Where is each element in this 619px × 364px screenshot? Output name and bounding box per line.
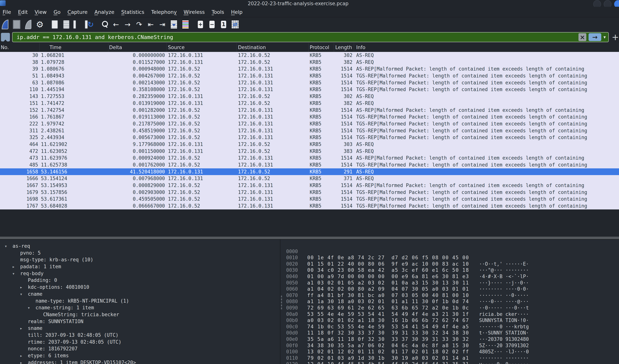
- hex-row[interactable]: 0120 4f 37 20 O7: [283, 355, 619, 361]
- hex-row[interactable]: 0070 a1 1a 30 18 a0 03 02 01 01 a1 11 30…: [283, 286, 619, 292]
- column-header-no[interactable]: No. ▼: [0, 43, 40, 52]
- packet-row[interactable]: 152 1.742754 0.001282000 172.16.0.52 172…: [0, 107, 619, 114]
- add-filter-button[interactable]: +: [612, 33, 619, 41]
- toolbar-gap[interactable]: [193, 19, 195, 29]
- column-header-info[interactable]: Info: [354, 43, 619, 52]
- menu-item[interactable]: File: [3, 9, 11, 15]
- packet-row[interactable]: 38 1.079728 0.011527000 172.16.0.131 172…: [0, 59, 619, 66]
- hex-row[interactable]: 00c0 11 18 0f 32 30 33 37 30 39 31 33 30…: [283, 317, 619, 324]
- hex-row[interactable]: 0020 00 34 c0 23 00 58 ea 42 a5 3c ef 60…: [283, 255, 619, 261]
- reload-file-icon[interactable]: ↻: [85, 19, 94, 29]
- hex-row[interactable]: 0080 72 69 63 69 61 2e 62 65 63 6b 65 72…: [283, 292, 619, 299]
- packet-row[interactable]: 110 1.445194 0.358108000 172.16.0.52 172…: [0, 86, 619, 93]
- column-header-destination[interactable]: Destination: [237, 43, 309, 52]
- expand-collapse-icon[interactable]: ▸: [20, 352, 28, 359]
- detail-tree-node[interactable]: name-type: kRB5-NT-PRINCIPAL (1): [0, 297, 280, 304]
- zoom-in-icon[interactable]: +: [196, 19, 205, 29]
- hex-row[interactable]: 0000 00 1e 4f 0e a8 74 2c 27 d7 d2 06 f5…: [283, 242, 619, 248]
- colorize-icon[interactable]: [181, 19, 190, 29]
- packet-row[interactable]: 473 11.623976 0.000924000 172.16.0.52 17…: [0, 155, 619, 162]
- detail-tree-node[interactable]: ▾cname-string: 1 item: [0, 304, 280, 311]
- zoom-out-icon[interactable]: −: [208, 19, 216, 29]
- packet-row[interactable]: 51 1.084943 0.004267000 172.16.0.52 172.…: [0, 72, 619, 79]
- display-filter-input[interactable]: ip.addr == 172.16.0.131 and kerberos.CNa…: [13, 32, 578, 42]
- packet-row[interactable]: 222 1.979742 0.217875000 172.16.0.52 172…: [0, 121, 619, 127]
- column-header-protocol[interactable]: Protocol: [309, 43, 334, 52]
- detail-tree-node[interactable]: nonce: 1816792207: [0, 345, 280, 352]
- packet-row[interactable]: 39 1.080676 0.000948000 172.16.0.52 172.…: [0, 66, 619, 72]
- hex-row[interactable]: 00a0 a0 03 02 01 02 a1 18 30 16 1b 06 6b…: [283, 305, 619, 311]
- detail-tree-node[interactable]: ▾as-req: [0, 243, 280, 250]
- close-file-icon[interactable]: ×: [74, 19, 82, 29]
- detail-tree-node[interactable]: ▸sname: [0, 325, 280, 332]
- packet-row[interactable]: 464 11.621902 9.177968000 172.16.0.131 1…: [0, 141, 619, 148]
- menu-item[interactable]: Telephony: [151, 9, 177, 15]
- hex-pane-scrollbar[interactable]: [280, 240, 283, 364]
- save-file-icon[interactable]: [62, 19, 70, 29]
- detail-tree-node[interactable]: ▾req-body: [0, 270, 280, 277]
- packet-row[interactable]: 1679 53.157856 0.002903000 172.16.0.52 1…: [0, 189, 619, 196]
- menu-item[interactable]: View: [35, 9, 47, 15]
- expand-collapse-icon[interactable]: ▸: [12, 263, 20, 270]
- hex-row[interactable]: 0030 01 00 a9 7d 00 00 00 00 00 e9 6a 81…: [283, 261, 619, 267]
- go-first-icon[interactable]: ⇤: [146, 19, 155, 29]
- apply-filter-button[interactable]: →: [589, 33, 601, 41]
- detail-tree-node[interactable]: ▸addresses: 1 item DESKTOP-VD15107<20>: [0, 359, 280, 364]
- detail-tree-node[interactable]: realm: SUNNYSTATION: [0, 318, 280, 325]
- expand-collapse-icon[interactable]: ▸: [20, 359, 28, 364]
- packet-row[interactable]: 485 11.625738 0.001762000 172.16.0.52 17…: [0, 162, 619, 168]
- packet-row[interactable]: 325 2.443934 0.005673000 172.16.0.52 172…: [0, 134, 619, 141]
- menu-item[interactable]: Wireless: [183, 9, 205, 15]
- hex-row[interactable]: 0110 12 04 10 44 45 53 4b 54 4f 50 2d 56…: [283, 349, 619, 355]
- detail-tree-node[interactable]: ▸padata: 1 item: [0, 263, 280, 270]
- column-header-source[interactable]: Source: [167, 43, 237, 52]
- hex-ascii[interactable]: y·····0· 0·······: [479, 361, 529, 364]
- restart-capture-icon[interactable]: [24, 19, 32, 29]
- hex-row[interactable]: 0050 a1 04 02 02 00 80 a2 09 04 07 30 05…: [283, 273, 619, 280]
- hex-row[interactable]: 0040 a1 03 02 01 05 a2 03 02 01 0a a3 15…: [283, 267, 619, 273]
- filter-bookmark-icon[interactable]: [1, 33, 10, 41]
- hex-row[interactable]: 0060 ff a4 81 bf 30 81 bc a0 07 03 05 00…: [283, 280, 619, 286]
- resize-columns-icon[interactable]: ⇄: [231, 19, 239, 29]
- start-capture-icon[interactable]: [1, 19, 9, 29]
- hex-row[interactable]: 00d0 35 5a a6 11 18 0f 32 30 33 37 30 39…: [283, 324, 619, 330]
- clear-filter-button[interactable]: ×: [578, 33, 586, 41]
- expand-collapse-icon[interactable]: ▾: [20, 291, 28, 298]
- pane-splitter[interactable]: [0, 237, 619, 240]
- hex-row[interactable]: 0090 53 55 4e 4e 59 53 54 41 54 49 4f 4e…: [283, 298, 619, 305]
- packet-row[interactable]: 1666 53.154124 0.007968000 172.16.0.131 …: [0, 175, 619, 182]
- packet-row[interactable]: 1767 53.684028 0.066667000 172.16.0.52 1…: [0, 202, 619, 209]
- detail-tree-node[interactable]: msg-type: krb-as-req (10): [0, 256, 280, 263]
- capture-options-icon[interactable]: ⚙: [35, 19, 44, 29]
- open-file-icon[interactable]: [50, 19, 59, 29]
- detail-tree-node[interactable]: till: 2037-09-13 02:48:05 (UTC): [0, 332, 280, 339]
- stop-capture-icon[interactable]: [12, 19, 21, 29]
- packet-row[interactable]: 311 2.438261 0.458519000 172.16.0.52 172…: [0, 127, 619, 134]
- hex-bytes[interactable]: 12 04 10 44 45 53 4b 54 4f 50 2d 56 44 3…: [307, 361, 469, 364]
- column-header-length[interactable]: Length: [334, 43, 354, 52]
- packet-row[interactable]: 1698 53.617361 0.459505000 172.16.0.52 1…: [0, 196, 619, 202]
- auto-scroll-icon[interactable]: [169, 19, 178, 29]
- detail-tree-node[interactable]: CNameString: tricia.becker: [0, 311, 280, 318]
- go-forward-icon[interactable]: →: [123, 19, 132, 29]
- toolbar-gap[interactable]: [47, 19, 49, 29]
- detail-tree-node[interactable]: ▾cname: [0, 291, 280, 297]
- expand-collapse-icon[interactable]: ▾: [28, 304, 35, 311]
- column-header-delta[interactable]: Delta: [108, 43, 167, 52]
- menu-item[interactable]: Go: [54, 9, 60, 15]
- packet-row[interactable]: 166 1.761867 0.019113000 172.16.0.52 172…: [0, 113, 619, 121]
- hex-row[interactable]: 00b0 74 1b 0c 53 55 4e 4e 59 53 54 41 54…: [283, 311, 619, 318]
- expand-collapse-icon[interactable]: ▾: [12, 270, 20, 277]
- hex-row[interactable]: 00f0 13 02 01 12 02 01 11 02 01 17 02 01…: [283, 336, 619, 343]
- packet-row[interactable]: 1658 53.146156 41.520418000 172.16.0.131…: [0, 168, 619, 175]
- packet-row[interactable]: 30 1.068201 0.000000000 172.16.0.131 172…: [0, 52, 619, 59]
- packet-row[interactable]: 63 1.087086 0.002143000 172.16.0.52 172.…: [0, 79, 619, 86]
- column-header-time[interactable]: Time: [40, 43, 108, 52]
- go-last-icon[interactable]: ⇥: [158, 19, 167, 29]
- go-back-icon[interactable]: ←: [112, 19, 120, 29]
- zoom-100-icon[interactable]: 1: [219, 19, 228, 29]
- menu-item[interactable]: Analyze: [95, 9, 114, 15]
- toolbar-gap[interactable]: [97, 19, 99, 29]
- packet-row[interactable]: 151 1.741472 0.013919000 172.16.0.131 17…: [0, 100, 619, 107]
- detail-tree-node[interactable]: Padding: 0: [0, 277, 280, 284]
